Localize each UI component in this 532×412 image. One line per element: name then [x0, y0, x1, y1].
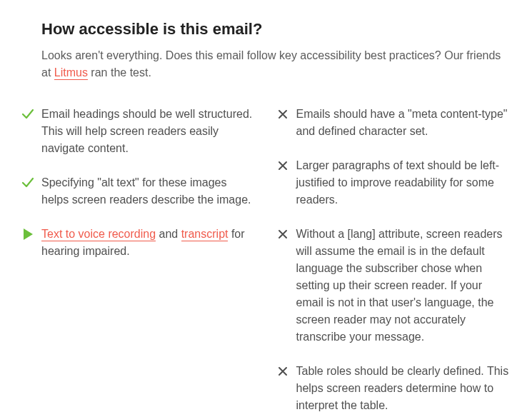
subtitle-text-after: ran the test. [88, 66, 151, 79]
x-icon [276, 365, 289, 378]
checklist-columns: Email headings should be well structured… [21, 106, 511, 412]
list-item: Table roles should be clearly defined. T… [276, 363, 511, 412]
transcript-link[interactable]: transcript [181, 228, 229, 241]
item-text: Text to voice recording and transcript f… [41, 226, 256, 260]
item-text: Without a [lang] attribute, screen reade… [296, 226, 511, 346]
item-text: Email headings should be well structured… [41, 106, 256, 157]
list-item: Larger paragraphs of text should be left… [276, 157, 511, 208]
item-text-mid: and [156, 228, 181, 240]
header: How accessible is this email? Looks aren… [21, 20, 511, 81]
list-item: Email headings should be well structured… [21, 106, 256, 157]
list-item: Specifying "alt text" for these images h… [21, 174, 256, 208]
page-title: How accessible is this email? [41, 20, 511, 39]
pass-column: Email headings should be well structured… [21, 106, 256, 412]
litmus-link[interactable]: Litmus [54, 66, 88, 80]
check-icon [21, 108, 34, 121]
play-icon [21, 228, 34, 241]
x-icon [276, 228, 289, 241]
x-icon [276, 159, 289, 172]
text-to-voice-link[interactable]: Text to voice recording [41, 228, 156, 241]
item-text: Emails should have a "meta content-type"… [296, 106, 511, 140]
item-text: Table roles should be clearly defined. T… [296, 363, 511, 412]
list-item: Without a [lang] attribute, screen reade… [276, 226, 511, 346]
list-item: Emails should have a "meta content-type"… [276, 106, 511, 140]
item-text: Larger paragraphs of text should be left… [296, 157, 511, 208]
list-item: Text to voice recording and transcript f… [21, 226, 256, 260]
subtitle: Looks aren't everything. Does this email… [41, 47, 511, 81]
x-icon [276, 108, 289, 121]
item-text: Specifying "alt text" for these images h… [41, 174, 256, 208]
check-icon [21, 176, 34, 189]
fail-column: Emails should have a "meta content-type"… [276, 106, 511, 412]
